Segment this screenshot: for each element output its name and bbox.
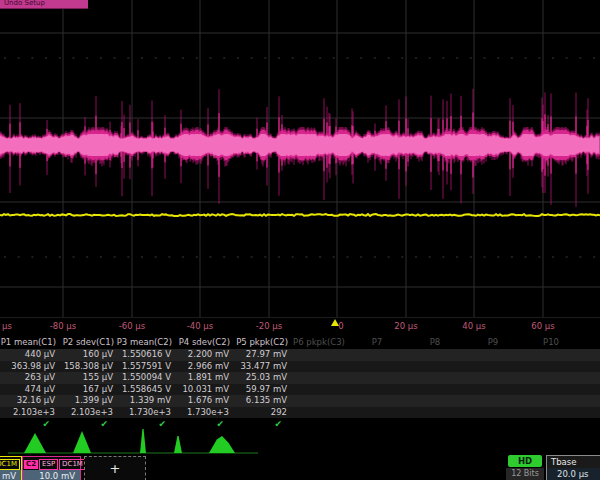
measure-header-p3[interactable]: P3 mean(C2) [116, 336, 174, 349]
time-axis-label: -80 µs [50, 321, 76, 331]
measure-header-p4[interactable]: P4 sdev(C2) [174, 336, 232, 349]
measure-row-max: 474 µV 167 µV 1.558645 V 10.031 mV 59.97… [0, 384, 600, 396]
measure-value: 440 µV [0, 349, 58, 361]
time-axis-label: 20 µs [394, 321, 417, 331]
measure-value: 263 µV [0, 372, 58, 384]
measure-value: 2.103e+3 [58, 407, 116, 419]
channel-c2-descriptor[interactable]: C2 ESP DC1M 10.0 mV [22, 456, 81, 480]
measure-value: 2.966 mV [174, 361, 232, 373]
measure-value: 25.03 mV [232, 372, 290, 384]
measure-row-sdev: 32.16 µV 1.399 µV 1.339 mV 1.676 mV 6.13… [0, 395, 600, 407]
time-axis-label: 0 [338, 321, 343, 331]
measure-value: 1.557591 V [116, 361, 174, 373]
measure-value: 1.676 mV [174, 395, 232, 407]
measure-value: 6.135 mV [232, 395, 290, 407]
measure-header-p6[interactable]: P6 pkpk(C3) [290, 336, 348, 349]
trigger-time-marker-icon[interactable] [331, 319, 339, 326]
measure-header-p9[interactable]: P9 [464, 336, 522, 349]
measure-row-value: 440 µV 160 µV 1.550616 V 2.200 mV 27.97 … [0, 349, 600, 361]
measure-value: 292 [232, 407, 290, 419]
c1-scale-value: 0 mV [0, 470, 21, 480]
measure-value: 1.550094 V [116, 372, 174, 384]
measure-value: 1.558645 V [116, 384, 174, 396]
measure-header-p11[interactable]: P11 [580, 336, 600, 349]
measure-value: 32.16 µV [0, 395, 58, 407]
measure-header-p2[interactable]: P2 sdev(C1) [58, 336, 116, 349]
timebase-descriptor[interactable]: Tbase 20.0 µs [546, 455, 600, 480]
measure-value: 158.308 µV [58, 361, 116, 373]
measure-value: 363.98 µV [0, 361, 58, 373]
hd-bits-label: 12 Bits [506, 468, 544, 480]
time-axis-label: -20 µs [256, 321, 282, 331]
measure-header-p1[interactable]: P1 mean(C1) [0, 336, 58, 349]
measure-value: 2.200 mV [174, 349, 232, 361]
measure-header-p10[interactable]: P10 [522, 336, 580, 349]
channel-c1-descriptor[interactable]: DC1M 0 mV [0, 456, 22, 480]
measure-value: 1.550616 V [116, 349, 174, 361]
c2-esp-badge: ESP [39, 459, 58, 470]
time-axis-label: -60 µs [119, 321, 145, 331]
measure-value: 160 µV [58, 349, 116, 361]
measurement-table: P1 mean(C1) P2 sdev(C1) P3 mean(C2) P4 s… [0, 336, 600, 430]
measure-value: 1.891 mV [174, 372, 232, 384]
measure-value: 10.031 mV [174, 384, 232, 396]
measure-row-num: 2.103e+3 2.103e+3 1.730e+3 1.730e+3 292 [0, 407, 600, 419]
time-axis-label: 40 µs [462, 321, 485, 331]
waveform-display [0, 0, 600, 318]
c1-coupling-badge: DC1M [0, 459, 20, 470]
time-axis-label: -100 µs [0, 321, 12, 331]
measure-header-p8[interactable]: P8 [406, 336, 464, 349]
measure-header-p5[interactable]: P5 pkpk(C2) [232, 336, 290, 349]
c2-coupling-badge: DC1M [59, 459, 86, 470]
measure-value: 1.399 µV [58, 395, 116, 407]
measure-value: 59.97 mV [232, 384, 290, 396]
undo-setup-chip[interactable]: Undo Setup [0, 0, 88, 9]
measure-value: 27.97 mV [232, 349, 290, 361]
measure-value: 1.339 mV [116, 395, 174, 407]
c2-scale-value: 10.0 mV [23, 470, 80, 480]
measure-value: 1.730e+3 [116, 407, 174, 419]
measure-row-min: 263 µV 155 µV 1.550094 V 1.891 mV 25.03 … [0, 372, 600, 384]
measure-row-mean: 363.98 µV 158.308 µV 1.557591 V 2.966 mV… [0, 361, 600, 373]
add-trace-button[interactable]: + [84, 456, 146, 480]
measure-histicons[interactable] [0, 429, 280, 456]
time-axis-label: 60 µs [531, 321, 554, 331]
measure-value: 33.477 mV [232, 361, 290, 373]
timebase-scale-value: 20.0 µs [547, 468, 600, 480]
measure-value: 2.103e+3 [0, 407, 58, 419]
oscilloscope-screen: Undo Setup -100 µs -80 µs -60 µs -40 µs … [0, 0, 600, 480]
timebase-title: Tbase [547, 456, 600, 468]
measure-value: 155 µV [58, 372, 116, 384]
time-axis: -100 µs -80 µs -60 µs -40 µs -20 µs 0 20… [0, 317, 600, 334]
hd-mode-badge[interactable]: HD [508, 455, 542, 467]
measure-value: 1.730e+3 [174, 407, 232, 419]
measure-header-p7[interactable]: P7 [348, 336, 406, 349]
measure-value: 167 µV [58, 384, 116, 396]
measure-value: 474 µV [0, 384, 58, 396]
measurement-header-row: P1 mean(C1) P2 sdev(C1) P3 mean(C2) P4 s… [0, 336, 600, 349]
time-axis-label: -40 µs [187, 321, 213, 331]
c2-label-badge: C2 [24, 460, 38, 469]
